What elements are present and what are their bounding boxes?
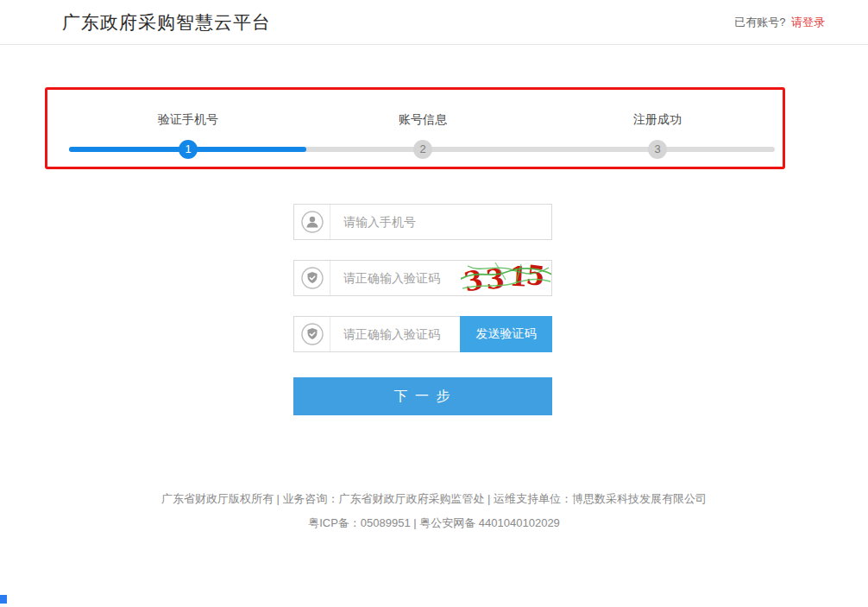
have-account-area: 已有账号? 请登录: [734, 15, 825, 30]
corner-blue-mark: [0, 595, 7, 604]
phone-field: [293, 204, 552, 240]
stepper-highlight-annotation: 验证手机号 账号信息 注册成功 1 2 3: [45, 87, 785, 169]
step-circle-3: 3: [648, 140, 667, 159]
captcha-image[interactable]: 3 3 1 5: [461, 261, 551, 295]
have-account-label: 已有账号?: [734, 16, 785, 28]
step-circle-2: 2: [413, 140, 432, 159]
step-label-verify-phone: 验证手机号: [158, 112, 218, 128]
shield-check-icon: [294, 261, 330, 295]
shield-check-icon: [294, 317, 330, 351]
captcha-field: 3 3 1 5: [293, 260, 552, 296]
captcha-noise-lines: [461, 261, 551, 295]
sms-code-input[interactable]: [331, 317, 448, 351]
sms-code-field: 发送验证码: [293, 316, 552, 352]
phone-input[interactable]: [331, 205, 539, 239]
step-label-register-success: 注册成功: [633, 112, 682, 128]
user-icon: [294, 205, 330, 239]
footer-copyright: 广东省财政厅版权所有 | 业务咨询：广东省财政厅政府采购监管处 | 运维支持单位…: [0, 491, 868, 507]
captcha-input[interactable]: [331, 261, 448, 295]
next-step-button[interactable]: 下 一 步: [293, 377, 552, 415]
step-circle-1: 1: [179, 140, 198, 159]
step-label-account-info: 账号信息: [399, 112, 447, 128]
send-code-button[interactable]: 发送验证码: [460, 316, 552, 352]
page-title: 广东政府采购智慧云平台: [62, 10, 271, 35]
login-link[interactable]: 请登录: [791, 16, 825, 28]
top-header-bar: 广东政府采购智慧云平台 已有账号? 请登录: [0, 0, 868, 45]
footer-icp-record: 粤ICP备：05089951 | 粤公安网备 4401040102029: [0, 515, 868, 531]
